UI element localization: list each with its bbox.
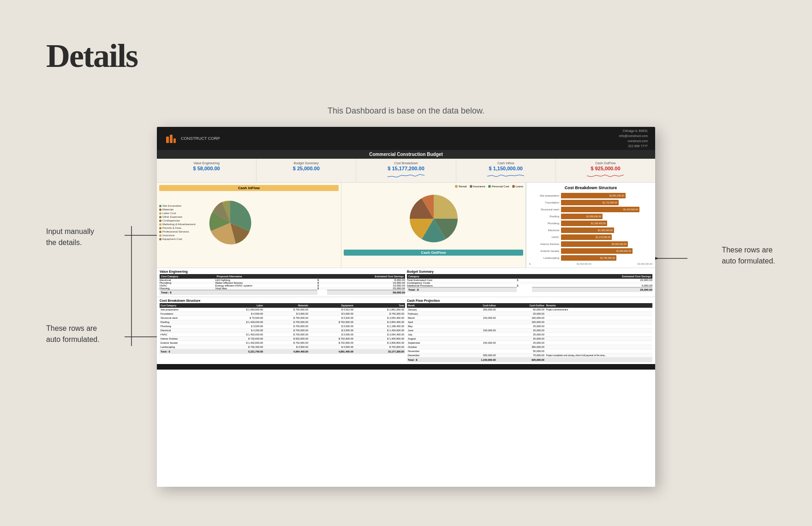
cash-outflow-chart-title: Cash OutFlow	[344, 250, 523, 256]
table-row: April 160,000.00	[407, 320, 652, 324]
company-name: CONSTRUCT CORP	[181, 136, 220, 141]
dashboard-header: CONSTRUCT CORP Chicago IL 60631info@cons…	[157, 127, 655, 150]
cash-inflow-pie	[203, 195, 258, 251]
cost-breakdown-bar-row: Roofing $1,058,000.00	[529, 214, 652, 219]
cost-breakdown-bar-row: Site preparation $1,851,250.00	[529, 193, 652, 198]
table-row: June 150,000.00 25,000.00	[407, 329, 652, 333]
table-row: January 200,000.00 50,000.00 Project com…	[407, 308, 652, 312]
kpi-row: Value Engineering $ 58,000.00 Budget Sum…	[157, 159, 655, 183]
table-row: August 25,000.00	[407, 337, 652, 341]
cash-flow-big-table: Cash Flow Projection Month Cash Inflow C…	[407, 299, 652, 362]
svg-rect-5	[170, 135, 173, 143]
cost-breakdown-bar-row: Foundation $1,712,500.00	[529, 200, 652, 205]
table-row: Site preparation $ 1,053,500.00 $ 700,00…	[160, 308, 405, 312]
cost-breakdown-bar-row: Landscaping $1,750,000.00	[529, 255, 652, 261]
table-row: Electrical $ 4,200.00 $ 700,000.00 $ 3,5…	[160, 329, 405, 333]
subtitle: This Dashboard is base on the data below…	[328, 106, 484, 116]
table-row: December 500,000.00 75,000.00 Project co…	[407, 353, 652, 358]
table-row: Plumbing $ 3,500.00 $ 700,000.00 $ 3,500…	[160, 324, 405, 329]
dashboard-title: Commercial Construction Budget	[157, 150, 655, 159]
kpi-cost-breakdown: Cost Breakdown $ 15,177,200.00	[356, 159, 456, 182]
table-row: Exterior facade $ 1,402,600.00 $ 702,600…	[160, 341, 405, 345]
svg-rect-6	[173, 138, 176, 143]
table-row: February 25,000.00	[407, 312, 652, 316]
table-row: Structural steel $ 70,500.00 $ 700,000.0…	[160, 316, 405, 320]
company-logo-icon	[164, 132, 177, 145]
cost-breakdown-bar-row: Structural steel $2,443,500.00	[529, 207, 652, 212]
cost-breakdown-bar-row: Exterior facade $2,809,800.00	[529, 248, 652, 254]
annotation-auto-formulated-left: These rows areauto formulated.	[46, 323, 100, 345]
table-row: September 150,000.00 25,000.00	[407, 341, 652, 345]
table-row: March 150,000.00 160,000.00	[407, 316, 652, 320]
cost-breakdown-bar-row: HVAC $1,170,000.00	[529, 234, 652, 240]
svg-rect-4	[166, 137, 169, 143]
cash-outflow-pie	[404, 189, 464, 249]
kpi-cash-outflow: Cash OutFlow $ 925,000.00	[556, 159, 655, 182]
table-row: July 25,000.00	[407, 333, 652, 337]
kpi-budget-summary: Budget Summary $ 25,000.00	[257, 159, 356, 182]
table-row: Roofing $ 1,400,000.00 $ 700,000.00 $ 70…	[160, 320, 405, 324]
table-row: Foundation $ 4,500.00 $ 3,500.00 $ 5,000…	[160, 312, 405, 316]
cost-breakdown-bar-row: Electrical $1,400,000.00	[529, 227, 652, 233]
cash-inflow-chart-title: Cash InFlow	[159, 185, 339, 191]
page-title: Details	[46, 37, 137, 75]
value-engineering-table: Value Engineering Cost Category Proposed…	[160, 270, 405, 295]
annotation-input-manually: Input manuallythe details.	[46, 226, 94, 248]
cost-breakdown-bar-row: Plumbing $1,198,400.00	[529, 221, 652, 226]
table-row: HVAC $ 1,402,000.00 $ 700,000.00 $ 3,500…	[160, 333, 405, 337]
cost-breakdown-big-table: Cost Breakdown Structure Cost Category L…	[160, 299, 405, 362]
table-row: May 25,000.00	[407, 324, 652, 329]
annotation-auto-formulated-right: These rows areauto formulated.	[722, 245, 775, 267]
dashboard: CONSTRUCT CORP Chicago IL 60631info@cons…	[157, 127, 655, 487]
cost-breakdown-section: Cost Breakdown Structure Site preparatio…	[526, 183, 655, 268]
logo-area: CONSTRUCT CORP	[164, 132, 220, 145]
company-contact: Chicago IL 60631info@construct.comconstr…	[619, 128, 648, 149]
cost-breakdown-bar-row: Interior finishes $3,500,000.00	[529, 241, 652, 247]
budget-summary-table: Budget Summary Category Estimated Cost S…	[407, 270, 652, 295]
kpi-value-engineering: Value Engineering $ 58,000.00	[157, 159, 257, 182]
dashboard-footer	[157, 364, 655, 370]
cost-sparkline	[388, 174, 424, 178]
kpi-cash-inflow: Cash Inflow $ 1,150,000.00	[456, 159, 556, 182]
table-row: October 350,000.00	[407, 345, 652, 349]
inflow-sparkline	[487, 174, 524, 178]
outflow-sparkline	[587, 174, 624, 178]
table-row: Interior finishes $ 702,600.00 $ 502,000…	[160, 337, 405, 341]
table-row: November 50,000.00	[407, 349, 652, 353]
table-row: Landscaping $ 702,400.00 $ 3,500.00 $ 4,…	[160, 345, 405, 349]
